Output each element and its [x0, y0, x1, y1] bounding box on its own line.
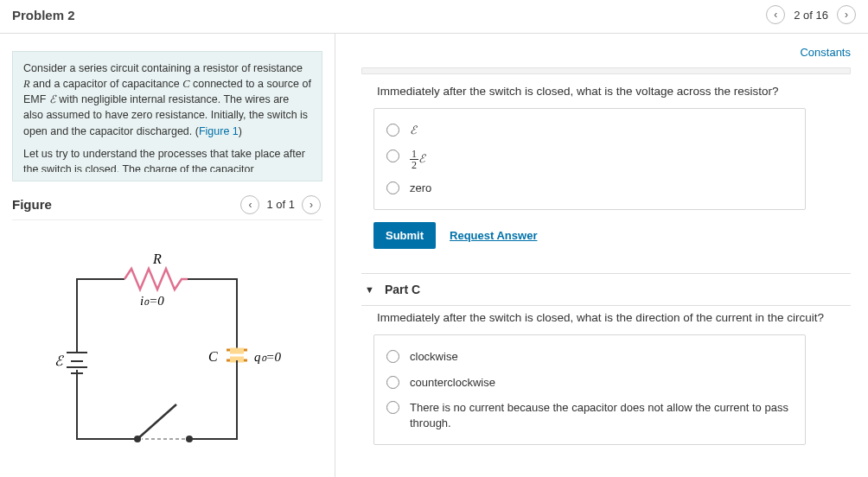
- figure-nav: ‹ 1 of 1 ›: [240, 195, 321, 214]
- submit-button[interactable]: Submit: [373, 222, 436, 249]
- submit-row: Submit Request Answer: [361, 222, 851, 249]
- part-c-section: Immediately after the switch is closed, …: [361, 306, 851, 445]
- choice-label: There is no current because the capacito…: [410, 400, 793, 430]
- left-panel: Consider a series circuit containing a r…: [0, 34, 335, 477]
- right-panel: Constants Immediately after the switch i…: [335, 34, 868, 477]
- prev-problem-button[interactable]: ‹: [766, 5, 785, 24]
- svg-point-4: [186, 436, 193, 442]
- part-b-choices: ℰ 12ℰ zero: [373, 108, 806, 210]
- next-problem-button[interactable]: ›: [837, 5, 856, 24]
- choice-row: zero: [386, 175, 793, 201]
- next-figure-button[interactable]: ›: [302, 195, 321, 214]
- part-c-header[interactable]: ▼ Part C: [361, 273, 851, 306]
- section-bar: [361, 67, 851, 74]
- part-b-question: Immediately after the switch is closed, …: [361, 80, 851, 108]
- radio-option-1[interactable]: [386, 124, 399, 137]
- figure-counter: 1 of 1: [266, 198, 295, 211]
- problem-counter: 2 of 16: [794, 9, 828, 22]
- choice-label: ℰ: [410, 123, 417, 138]
- constants-row: Constants: [361, 42, 851, 67]
- label-E: ℰ: [54, 353, 65, 368]
- choice-label: 12ℰ: [410, 149, 425, 170]
- constants-link[interactable]: Constants: [800, 46, 851, 59]
- problem-nav: ‹ 2 of 16 ›: [766, 5, 856, 24]
- problem-statement: Consider a series circuit containing a r…: [12, 51, 322, 181]
- part-c-question: Immediately after the switch is closed, …: [361, 306, 851, 334]
- choice-row: ℰ: [386, 118, 793, 143]
- choice-row: There is no current because the capacito…: [386, 395, 793, 436]
- page-header: Problem 2 ‹ 2 of 16 ›: [0, 0, 868, 34]
- figure-header: Figure ‹ 1 of 1 ›: [12, 190, 322, 220]
- figure-link[interactable]: Figure 1: [199, 125, 239, 137]
- choice-label: zero: [410, 181, 431, 196]
- problem-title: Problem 2: [12, 8, 75, 22]
- radio-option-c3[interactable]: [386, 401, 399, 414]
- caret-down-icon: ▼: [365, 284, 374, 295]
- prev-figure-button[interactable]: ‹: [240, 195, 259, 214]
- part-b-section: Immediately after the switch is closed, …: [361, 67, 851, 249]
- part-c-title: Part C: [385, 283, 420, 296]
- main-content: Consider a series circuit containing a r…: [0, 34, 868, 477]
- label-i0: i₀=0: [140, 294, 164, 308]
- figure-title: Figure: [12, 197, 52, 212]
- radio-option-2[interactable]: [386, 149, 399, 162]
- circuit-diagram: R i₀=0 C q₀=0 ℰ: [42, 245, 293, 469]
- choice-row: counterclockwise: [386, 370, 793, 396]
- figure-canvas: R i₀=0 C q₀=0 ℰ: [12, 229, 322, 469]
- radio-option-c1[interactable]: [386, 350, 399, 363]
- label-q0: q₀=0: [254, 350, 282, 364]
- radio-option-c2[interactable]: [386, 376, 399, 389]
- statement-paragraph-2: Let us try to understand the processes t…: [23, 146, 311, 172]
- choice-label: counterclockwise: [410, 375, 495, 391]
- label-C: C: [208, 349, 218, 364]
- choice-row: 12ℰ: [386, 143, 793, 175]
- part-c-choices: clockwise counterclockwise There is no c…: [373, 334, 806, 445]
- request-answer-link[interactable]: Request Answer: [450, 229, 537, 242]
- label-R: R: [152, 251, 162, 266]
- choice-row: clockwise: [386, 344, 793, 370]
- svg-line-6: [137, 404, 176, 439]
- radio-option-3[interactable]: [386, 181, 399, 194]
- choice-label: clockwise: [410, 349, 458, 365]
- statement-paragraph-1: Consider a series circuit containing a r…: [23, 60, 311, 139]
